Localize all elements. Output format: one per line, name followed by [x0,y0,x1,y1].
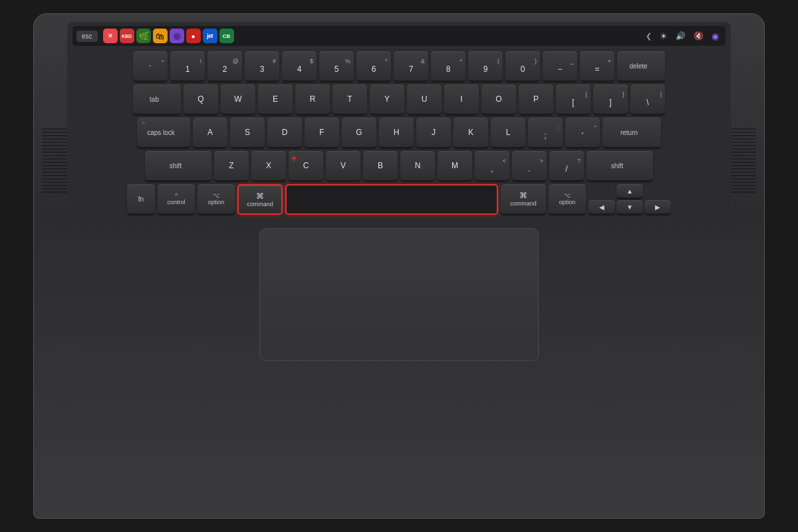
key-t[interactable]: T [332,84,367,115]
key-6[interactable]: ^ 6 [356,51,391,82]
key-arrow-down[interactable]: ▼ [616,200,643,215]
key-g[interactable]: G [342,118,376,148]
tb-brightness[interactable]: ☀ [657,30,670,43]
key-quote[interactable]: " ' [565,118,600,148]
key-i[interactable]: I [444,84,479,115]
key-period[interactable]: > . [512,151,547,182]
key-arrow-left[interactable]: ◀ [589,200,615,215]
key-c[interactable]: + C [289,151,323,182]
bottom-row: fn ^ control ⌥ option ⌘ command ⌘ comman… [72,184,726,215]
zxcv-row: shift Z X + C V B N M < , > . ? / [72,151,726,182]
key-delete[interactable]: delete [617,51,665,82]
key-bracket-close[interactable]: } ] [593,84,628,115]
key-shift-left[interactable]: shift [145,151,211,182]
key-return[interactable]: return [602,118,661,148]
key-arrow-up[interactable]: ▲ [616,184,643,199]
key-backtick[interactable]: ~ ` [133,51,168,82]
key-0[interactable]: ) 0 [505,51,540,82]
keyboard-area: esc ✕ KBD 🌿 🛍 ◎ ● jet CB ❮ ☀ 🔊 🔇 ◉ [67,22,731,223]
key-k[interactable]: K [454,118,488,148]
key-equals[interactable]: + = [580,51,614,82]
key-b[interactable]: B [363,151,398,182]
key-fn[interactable]: fn [127,184,155,215]
tb-app-kbd[interactable]: KBD [120,29,134,43]
tb-app-rec[interactable]: ● [186,29,201,43]
key-y[interactable]: Y [370,84,404,115]
key-comma[interactable]: < , [475,151,509,182]
key-p[interactable]: P [519,84,553,115]
key-control[interactable]: ^ control [158,184,195,215]
tb-siri[interactable]: ◉ [709,30,722,43]
tb-app-jet[interactable]: jet [203,29,217,43]
tb-mute[interactable]: 🔇 [691,30,706,42]
key-1[interactable]: ! 1 [170,51,205,82]
key-minus[interactable]: _ − [543,51,577,82]
key-m[interactable]: M [438,151,472,182]
key-o[interactable]: O [481,84,516,115]
key-shift-right[interactable]: shift [587,151,653,182]
trackpad[interactable] [259,228,539,361]
key-8[interactable]: * 8 [431,51,466,82]
key-h[interactable]: H [379,118,414,148]
tb-app-leaf[interactable]: 🌿 [136,29,151,43]
key-backslash[interactable]: | \ [630,84,665,115]
trackpad-area [67,228,731,361]
key-q[interactable]: Q [184,84,218,115]
touch-bar-controls: ❮ ☀ 🔊 🔇 ◉ [643,30,722,43]
key-9[interactable]: ( 9 [468,51,503,82]
key-command-right[interactable]: ⌘ command [501,184,546,215]
key-j[interactable]: J [416,118,451,148]
key-7[interactable]: & 7 [394,51,428,82]
key-z[interactable]: Z [214,151,249,182]
touch-bar: esc ✕ KBD 🌿 🛍 ◎ ● jet CB ❮ ☀ 🔊 🔇 ◉ [72,26,726,46]
key-4[interactable]: $ 4 [282,51,317,82]
key-2[interactable]: @ 2 [207,51,242,82]
key-bracket-open[interactable]: { [ [556,84,591,115]
qwerty-row: tab Q W E R T Y U I O P { [ } ] | \ [72,84,726,115]
key-u[interactable]: U [407,84,442,115]
laptop-body: esc ✕ KBD 🌿 🛍 ◎ ● jet CB ❮ ☀ 🔊 🔇 ◉ [33,13,765,519]
key-semicolon[interactable]: : ; [528,118,563,148]
key-option-left[interactable]: ⌥ option [198,184,235,215]
speaker-right [731,67,756,253]
key-w[interactable]: W [221,84,255,115]
tb-app-x[interactable]: ✕ [103,29,118,43]
key-v[interactable]: V [326,151,360,182]
key-d[interactable]: D [267,118,302,148]
key-command-left[interactable]: ⌘ command [237,184,283,215]
key-slash[interactable]: ? / [549,151,584,182]
key-n[interactable]: N [400,151,435,182]
tb-app-cb[interactable]: CB [219,29,234,43]
asdf-row: caps lock A S D F G H J K L : ; " ' retu… [72,118,726,148]
tb-chevron-left[interactable]: ❮ [643,31,654,42]
key-l[interactable]: L [491,118,525,148]
tb-app-spiral[interactable]: ◎ [170,29,184,43]
key-3[interactable]: # 3 [245,51,279,82]
touch-bar-apps: ✕ KBD 🌿 🛍 ◎ ● jet CB [100,29,640,43]
key-spacebar[interactable] [285,184,498,215]
key-a[interactable]: A [193,118,227,148]
key-5[interactable]: % 5 [319,51,354,82]
key-x[interactable]: X [251,151,286,182]
tb-app-bag[interactable]: 🛍 [153,29,168,43]
key-caps-lock[interactable]: caps lock [137,118,190,148]
key-s[interactable]: S [230,118,265,148]
key-arrow-right[interactable]: ▶ [644,200,671,215]
tb-volume[interactable]: 🔊 [673,30,688,42]
key-r[interactable]: R [295,84,330,115]
esc-key[interactable]: esc [76,31,98,42]
key-f[interactable]: F [305,118,339,148]
key-option-right[interactable]: ⌥ option [549,184,586,215]
arrow-keys: ▲ ◀ ▼ ▶ [589,184,671,215]
number-row: ~ ` ! 1 @ 2 # 3 $ 4 % 5 [72,51,726,82]
speaker-left [42,67,67,253]
key-e[interactable]: E [258,84,293,115]
key-tab[interactable]: tab [133,84,181,115]
